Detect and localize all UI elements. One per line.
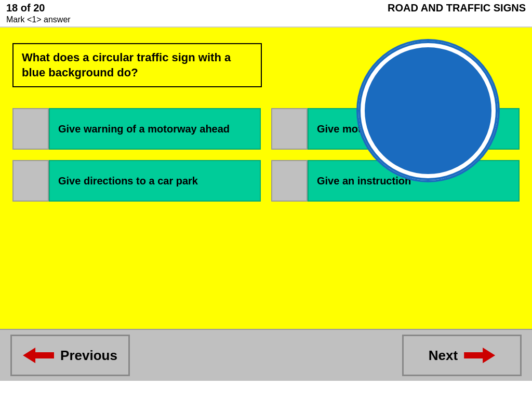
footer-navigation: Previous Next bbox=[0, 329, 532, 381]
progress-label: 18 of 20 bbox=[6, 2, 45, 14]
answer-checkbox-3[interactable] bbox=[12, 160, 49, 202]
main-content: What does a circular traffic sign with a… bbox=[0, 28, 532, 329]
previous-label: Previous bbox=[60, 348, 117, 364]
answer-label-1[interactable]: Give warning of a motorway ahead bbox=[49, 108, 261, 150]
instruction-label: Mark <1> answer bbox=[6, 15, 71, 24]
blue-circle-sign bbox=[361, 43, 496, 178]
header: 18 of 20 ROAD AND TRAFFIC SIGNS Mark <1>… bbox=[0, 0, 532, 28]
answer-checkbox-4[interactable] bbox=[271, 160, 308, 202]
question-text: What does a circular traffic sign with a… bbox=[22, 51, 231, 79]
previous-arrow-icon bbox=[23, 348, 54, 363]
next-arrow-icon bbox=[464, 348, 495, 363]
answer-option-1[interactable]: Give warning of a motorway ahead bbox=[12, 108, 261, 150]
answer-checkbox-1[interactable] bbox=[12, 108, 49, 150]
traffic-sign-image bbox=[355, 38, 501, 183]
answer-label-3[interactable]: Give directions to a car park bbox=[49, 160, 261, 202]
category-label: ROAD AND TRAFFIC SIGNS bbox=[388, 2, 526, 14]
next-label: Next bbox=[429, 348, 458, 364]
answer-checkbox-2[interactable] bbox=[271, 108, 308, 150]
question-box: What does a circular traffic sign with a… bbox=[12, 43, 262, 87]
next-button[interactable]: Next bbox=[402, 335, 522, 376]
answer-option-3[interactable]: Give directions to a car park bbox=[12, 160, 261, 202]
previous-button[interactable]: Previous bbox=[10, 335, 130, 376]
